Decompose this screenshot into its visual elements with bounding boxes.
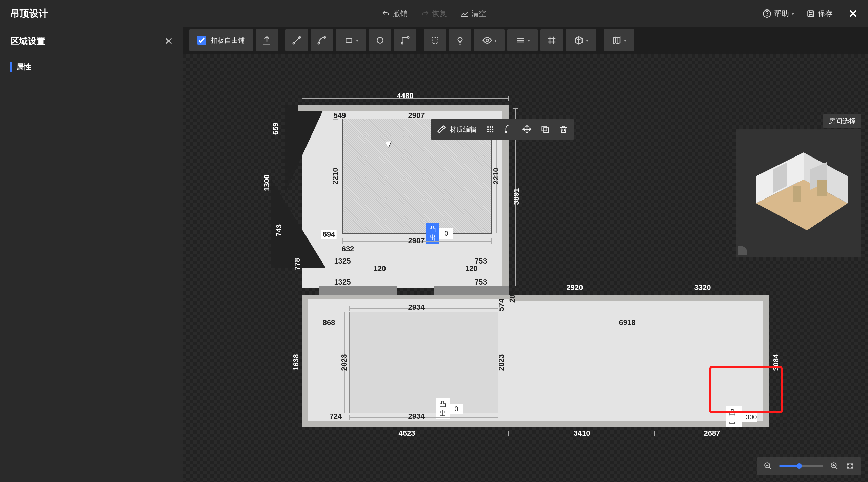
chevron-down-icon: ▾ — [528, 38, 530, 43]
dim-724: 724 — [330, 412, 342, 421]
header-center: 撤销 恢复 清空 — [382, 8, 486, 19]
svg-rect-11 — [432, 37, 438, 43]
svg-point-22 — [492, 131, 493, 132]
ctx-grid-button[interactable] — [486, 125, 495, 134]
dim-574: 574 — [497, 299, 506, 311]
svg-point-17 — [488, 129, 488, 130]
highlight-annotation — [709, 366, 783, 413]
dim-1638: 1638 — [292, 354, 300, 371]
dim-743: 743 — [275, 224, 283, 237]
app-title: 吊顶设计 — [10, 7, 48, 20]
svg-rect-24 — [544, 128, 548, 132]
dim-868: 868 — [323, 318, 335, 327]
undo-button[interactable]: 撤销 — [382, 8, 408, 19]
dim-2023r: 2023 — [497, 354, 506, 371]
redo-button[interactable]: 恢复 — [421, 8, 447, 19]
zoom-out-icon[interactable] — [764, 462, 772, 470]
extrude-badge-active[interactable]: 凸出 0 — [426, 223, 453, 244]
preview-3d-panel[interactable]: 房间选择 — [736, 129, 861, 257]
upload-button[interactable] — [256, 29, 278, 51]
grid-tool[interactable] — [540, 29, 563, 51]
extrude-badge-2[interactable]: 凸出 0 — [436, 398, 463, 419]
dim-3320: 3320 — [694, 283, 711, 292]
extrude-value[interactable]: 300 — [742, 412, 757, 422]
dim-120r: 120 — [465, 264, 478, 273]
save-button[interactable]: 保存 — [806, 8, 833, 19]
arc-tool[interactable] — [311, 29, 333, 51]
preview-3d-render — [743, 135, 854, 247]
dim-753b: 753 — [475, 278, 487, 287]
svg-point-20 — [488, 131, 488, 132]
dim-2210l: 2210 — [331, 168, 340, 185]
dim-778: 778 — [293, 258, 302, 271]
zoom-in-icon[interactable] — [830, 462, 839, 470]
ctx-delete-button[interactable] — [559, 125, 568, 134]
svg-rect-35 — [847, 463, 853, 469]
help-button[interactable]: 帮助 ▾ — [763, 8, 794, 19]
context-toolbar: 材质编辑 — [431, 119, 574, 140]
zoom-slider[interactable] — [779, 465, 823, 467]
dim-1300: 1300 — [262, 175, 271, 191]
svg-rect-25 — [542, 126, 547, 131]
ctx-move-button[interactable] — [522, 125, 532, 134]
extrude-value[interactable]: 0 — [450, 404, 463, 414]
svg-point-13 — [486, 39, 489, 42]
dim-120l: 120 — [374, 264, 386, 273]
svg-point-18 — [490, 129, 491, 130]
fit-screen-icon[interactable] — [846, 462, 854, 470]
dim-632: 632 — [342, 245, 354, 253]
light-tool[interactable] — [449, 29, 471, 51]
svg-point-14 — [488, 127, 488, 127]
canvas[interactable]: 凸出 0 凸出 0 凸出 300 4480 549 2907 879 659 1… — [183, 54, 868, 482]
redo-label: 恢复 — [432, 8, 447, 19]
rect-tool[interactable]: ▾ — [336, 29, 366, 51]
close-button[interactable]: ✕ — [848, 7, 858, 20]
view-tool[interactable]: ▾ — [474, 29, 505, 51]
zoom-thumb[interactable] — [796, 463, 802, 469]
circle-tool[interactable] — [369, 29, 391, 51]
dim-694: 694 — [321, 230, 337, 239]
material-tool[interactable]: ▾ — [566, 29, 596, 51]
dim-1325b: 1325 — [334, 278, 351, 287]
svg-point-15 — [490, 127, 491, 127]
header-right: 帮助 ▾ 保存 ✕ — [763, 7, 858, 20]
undo-label: 撤销 — [393, 8, 408, 19]
preview-resize-handle[interactable] — [738, 246, 747, 255]
dim-2907: 2907 — [408, 111, 425, 120]
svg-point-1 — [767, 15, 767, 16]
select-region-tool[interactable] — [424, 29, 446, 51]
map-tool[interactable]: ▾ — [604, 29, 634, 51]
guide-tool[interactable] — [394, 29, 416, 51]
svg-point-23 — [505, 131, 507, 133]
svg-rect-7 — [346, 38, 352, 43]
room-select-button[interactable]: 房间选择 — [823, 114, 861, 128]
dim-549: 549 — [334, 111, 346, 120]
chevron-down-icon: ▾ — [494, 38, 497, 43]
dim-1325t: 1325 — [334, 257, 351, 266]
free-tile-checkbox[interactable] — [197, 36, 206, 45]
ctx-arc-button[interactable] — [504, 125, 513, 134]
left-panel-header: 区域设置 ✕ — [0, 27, 183, 55]
wall — [302, 421, 769, 427]
wall — [509, 295, 766, 301]
dim-2920: 2920 — [567, 283, 583, 292]
ceiling-region-2[interactable] — [349, 312, 498, 413]
ctx-copy-button[interactable] — [540, 125, 550, 134]
svg-point-12 — [458, 37, 462, 42]
svg-rect-2 — [808, 11, 813, 16]
extrude-label: 凸出 — [436, 398, 450, 419]
clear-button[interactable]: 清空 — [460, 8, 486, 19]
line-tool[interactable] — [285, 29, 308, 51]
dim-2907b: 2907 — [408, 236, 425, 245]
zoom-fill — [779, 465, 799, 467]
dim-4623: 4623 — [399, 429, 415, 438]
material-edit-button[interactable]: 材质编辑 — [437, 125, 477, 134]
svg-point-19 — [492, 129, 493, 130]
free-tile-toggle[interactable]: 扣板自由铺 — [189, 29, 253, 51]
left-panel-close[interactable]: ✕ — [164, 35, 173, 47]
align-tool[interactable]: ▾ — [507, 29, 538, 51]
zoom-controls — [757, 457, 861, 475]
extrude-value[interactable]: 0 — [439, 228, 453, 239]
free-tile-label: 扣板自由铺 — [211, 36, 245, 45]
left-panel-title: 区域设置 — [10, 35, 45, 47]
